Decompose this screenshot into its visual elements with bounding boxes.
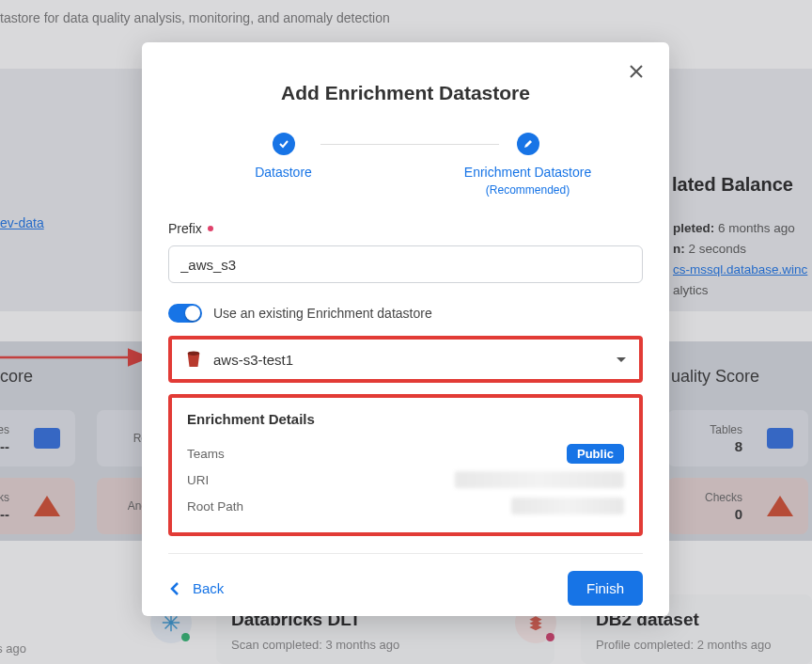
stepper: Datastore Enrichment Datastore(Recommend… [168,133,643,198]
back-button[interactable]: Back [168,575,226,602]
enrichment-datastore-select[interactable]: aws-s3-test1 [172,340,639,379]
close-icon [630,65,643,78]
divider [168,553,643,554]
close-button[interactable] [630,65,647,82]
prefix-label: Prefix [168,221,643,236]
public-badge: Public [567,444,624,464]
step-datastore[interactable]: Datastore [199,133,368,181]
pencil-icon [517,133,539,155]
use-existing-toggle[interactable] [168,304,202,323]
detail-row-uri: URI [187,466,624,493]
datastore-select-highlight: aws-s3-test1 [168,336,643,383]
redacted-value [511,498,624,514]
step-enrichment[interactable]: Enrichment Datastore(Recommended) [444,133,613,198]
check-icon [273,133,295,155]
redacted-value [455,471,624,488]
svg-point-1 [188,351,200,356]
detail-row-root: Root Path [187,493,624,519]
chevron-left-icon [170,582,180,595]
enrichment-details-heading: Enrichment Details [187,411,624,427]
bucket-icon [185,350,202,369]
detail-row-teams: Teams Public [187,440,624,466]
add-enrichment-datastore-modal: Add Enrichment Datastore Datastore Enric… [142,42,669,616]
use-existing-label: Use an existing Enrichment datastore [213,306,432,321]
enrichment-details-highlight: Enrichment Details Teams Public URI Root… [168,394,643,536]
chevron-down-icon [617,357,626,362]
prefix-input[interactable] [168,245,643,283]
finish-button[interactable]: Finish [568,571,643,606]
required-indicator-icon [208,226,213,231]
modal-title: Add Enrichment Datastore [168,82,643,104]
